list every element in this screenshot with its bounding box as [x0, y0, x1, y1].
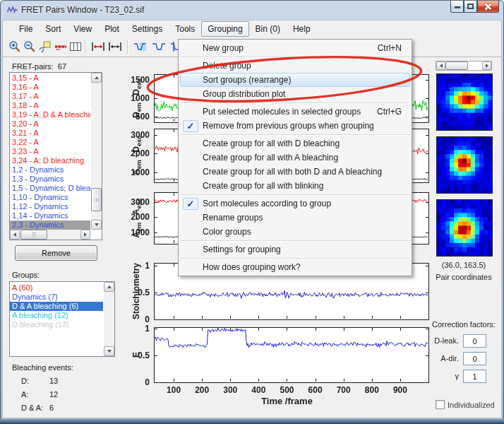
scroll-left-button[interactable] — [436, 61, 445, 70]
pairs-vscrollbar[interactable] — [91, 73, 102, 230]
scroll-left-button[interactable] — [10, 230, 20, 240]
menu-tools[interactable]: Tools — [169, 21, 201, 37]
menu-sort[interactable]: Sort — [39, 21, 67, 37]
fret-pair-item[interactable]: 1,3 - Dynamics — [10, 175, 90, 184]
image-hscrollbar[interactable] — [436, 61, 492, 71]
image-hscroll-thumb[interactable] — [445, 61, 468, 70]
full-span-black-icon[interactable] — [107, 40, 121, 54]
fret-pair-item[interactable]: 2,3 - Dynamics — [10, 220, 90, 230]
menu-item-create-group-for-all-with-a-bleaching[interactable]: Create group for all with A bleaching — [180, 151, 410, 165]
fret-pair-item[interactable]: 3,22 - A — [10, 138, 90, 147]
menu-item-create-group-for-all-with-d-bleaching[interactable]: Create group for all with D bleaching — [180, 136, 410, 151]
menu-view[interactable]: View — [67, 21, 98, 37]
remove-button[interactable]: Remove — [15, 245, 97, 261]
fret-pair-item[interactable]: 3,18 - A — [10, 101, 90, 110]
groups-list[interactable]: A (60)Dynamics (7)D & A bleaching (6)A b… — [9, 281, 115, 357]
scroll-up-button[interactable] — [104, 282, 114, 292]
fret-pair-item[interactable]: 3,20 - A — [10, 119, 90, 129]
adir-input[interactable] — [463, 352, 486, 365]
menu-item-group-distribution-plot[interactable]: Group distribution plot — [180, 87, 410, 101]
menu-item-sort-groups-rearrange[interactable]: Sort groups (rearrange) — [180, 73, 410, 87]
bleaching-value: 12 — [49, 390, 58, 399]
checkmark-icon: ✓ — [183, 198, 198, 210]
pairs-vscroll-thumb[interactable] — [91, 188, 102, 211]
menu-item-rename-groups[interactable]: Rename groups — [180, 211, 410, 225]
bleaching-name: D & A: — [21, 404, 43, 412]
menu-item-new-group[interactable]: New groupCtrl+N — [180, 41, 410, 55]
trace-select-icon[interactable] — [133, 40, 147, 54]
menu-item-sort-molecules-according-to-group[interactable]: Sort molecules according to group✓ — [180, 196, 410, 211]
fret-pair-item[interactable]: 3,21 - A — [10, 129, 90, 138]
menu-file[interactable]: File — [13, 21, 39, 37]
correction-label: D-leak. — [388, 336, 459, 345]
group-item[interactable]: D & A bleaching (6) — [10, 302, 103, 311]
minimize-icon — [455, 6, 460, 8]
menu-item-how-does-grouping-work[interactable]: How does grouping work? — [180, 260, 410, 274]
trace-icon[interactable] — [151, 40, 165, 54]
zoom-in-icon[interactable] — [8, 40, 22, 54]
maximize-button[interactable] — [464, 1, 477, 13]
fret-pair-item[interactable]: 3,16 - A — [10, 83, 90, 92]
menu-grouping[interactable]: Grouping — [201, 21, 248, 37]
minimize-button[interactable] — [450, 1, 464, 13]
group-item[interactable]: D bleaching (13) — [10, 320, 103, 329]
menu-help[interactable]: Help — [287, 21, 317, 37]
menu-separator — [181, 258, 409, 259]
pairs-hscroll-thumb[interactable] — [20, 230, 47, 240]
menu-item-remove-from-previous-groups-when-grouping[interactable]: Remove from previous groups when groupin… — [180, 119, 410, 133]
menu-item-color-groups[interactable]: Color groups — [180, 225, 410, 239]
datatip-icon[interactable] — [38, 40, 52, 54]
menu-item-settings-for-grouping[interactable]: Settings for grouping — [180, 242, 410, 257]
pairs-hscrollbar[interactable] — [10, 230, 90, 240]
menu-item-put-selected-molecules-in-selected-groups[interactable]: Put selected molecules in selected group… — [180, 105, 410, 119]
zoom-out-icon[interactable] — [23, 40, 37, 54]
arrow-right-icon — [84, 232, 87, 237]
group-item[interactable]: A bleaching (12) — [10, 311, 103, 320]
menu-item-create-group-for-all-with-both-d-and-a-bleaching[interactable]: Create group for all with both D and A b… — [180, 165, 410, 179]
window-title: FRET Pairs Window - T23_02.sif — [21, 5, 144, 15]
fret-pair-item[interactable]: 1,5 - Dynamics; D bleaching — [10, 184, 90, 193]
menu-plot[interactable]: Plot — [98, 21, 126, 37]
menu-separator — [181, 194, 409, 195]
scroll-down-button[interactable] — [91, 220, 102, 230]
menu-settings[interactable]: Settings — [126, 21, 169, 37]
title-bar[interactable]: FRET Pairs Window - T23_02.sif — [0, 0, 504, 20]
fret-pair-item[interactable]: 3,23 - A — [10, 147, 90, 156]
fret-pair-item[interactable]: 1,2 - Dynamics — [10, 165, 90, 175]
groups-vscrollbar[interactable] — [104, 282, 114, 356]
window-bottom-border — [0, 419, 504, 424]
fret-pair-item[interactable]: 3,24 - A; D bleaching — [10, 156, 90, 165]
arrow-right-icon — [486, 64, 488, 68]
menu-bin-0-[interactable]: Bin (0) — [249, 21, 287, 37]
maximize-icon — [467, 4, 474, 9]
arrow-up-icon — [107, 285, 112, 288]
group-item[interactable]: Dynamics (7) — [10, 293, 103, 302]
arrow-down-icon — [107, 350, 112, 353]
correction-label: A-dir. — [388, 354, 459, 363]
fret-pairs-count: 67 — [58, 62, 66, 71]
remove-line-icon[interactable] — [54, 40, 68, 54]
fret-pair-item[interactable]: 3,17 - A — [10, 92, 90, 101]
fret-pair-item[interactable]: 3,15 - A — [10, 73, 90, 83]
fret-pairs-list[interactable]: 3,15 - A3,16 - A3,17 - A3,18 - A3,19 - A… — [9, 72, 102, 240]
arrow-down-icon — [95, 223, 99, 226]
fret-pair-item[interactable]: 1,14 - Dynamics — [10, 211, 90, 220]
fret-pair-item[interactable]: 1,12 - Dynamics — [10, 202, 90, 211]
columns-icon[interactable] — [68, 40, 83, 54]
fret-pair-item[interactable]: 1,10 - Dynamics — [10, 193, 90, 202]
fret-pair-item[interactable]: 3,19 - A; D & A bleaching — [10, 110, 90, 119]
group-item[interactable]: A (60) — [10, 283, 103, 293]
scroll-right-button[interactable] — [482, 61, 491, 70]
close-button[interactable] — [477, 1, 499, 13]
dleak-input[interactable] — [463, 334, 486, 348]
individualized-checkbox[interactable] — [436, 400, 445, 409]
menu-item-delete-group[interactable]: Delete group — [180, 59, 410, 73]
scroll-up-button[interactable] — [91, 73, 102, 83]
scroll-right-button[interactable] — [80, 230, 90, 240]
scroll-down-button[interactable] — [104, 346, 114, 356]
menu-item-create-group-for-all-with-blinking[interactable]: Create group for all with blinking — [180, 179, 410, 193]
groups-label: Groups: — [12, 271, 40, 279]
full-span-red-icon[interactable] — [90, 40, 104, 54]
app-window: FRET Pairs Window - T23_02.sif FileSortV… — [0, 0, 504, 424]
γ-input[interactable] — [463, 370, 486, 383]
